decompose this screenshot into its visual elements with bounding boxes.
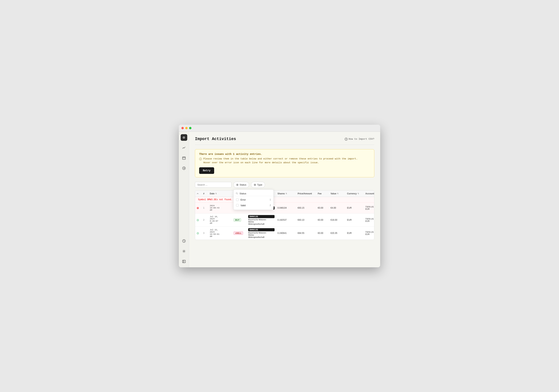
- symbol-badge-2: BMW3.DE: [248, 215, 275, 218]
- svg-point-11: [236, 193, 237, 194]
- close-button[interactable]: [181, 127, 184, 129]
- sidebar-item-history[interactable]: [181, 238, 187, 244]
- error-checkbox[interactable]: [236, 198, 239, 201]
- search-input-wrap: [195, 182, 232, 187]
- td-date-3: Jul 22,202410:56:01AM: [208, 227, 232, 239]
- sidebar-item-logo[interactable]: ⊕: [181, 134, 187, 141]
- valid-label: Valid: [241, 204, 246, 207]
- sidebar-item-collapse[interactable]: [181, 258, 187, 265]
- td-price-1: €83.15: [296, 205, 316, 211]
- titlebar: [179, 125, 380, 132]
- type-badge-3: sSELL: [233, 232, 243, 235]
- th-currency[interactable]: Currency ⇅: [345, 192, 364, 195]
- th-num: #: [202, 192, 208, 195]
- td-fee-1: €0.00: [316, 205, 329, 211]
- dropdown-search-input[interactable]: [240, 192, 271, 195]
- td-account-2: TSFA USEUR: [364, 216, 374, 224]
- sidebar-item-transactions[interactable]: [181, 165, 187, 171]
- th-account[interactable]: Account ⇅: [364, 192, 374, 195]
- td-symbol-2: BMW3.DE Bayerische MotorenWerkeAktienges…: [247, 214, 276, 227]
- warning-line1: Please review them in the table below an…: [203, 157, 358, 160]
- status-filter-plus-icon: ⊕: [236, 183, 239, 187]
- dropdown-search-icon: [236, 192, 238, 195]
- td-type-2: BUY: [232, 217, 247, 223]
- symbol-cell-2: BMW3.DE Bayerische MotorenWerkeAktienges…: [248, 215, 275, 225]
- td-status-2: ⊙: [195, 217, 202, 223]
- valid-count: 2: [270, 204, 271, 207]
- dropdown-item-valid[interactable]: Valid 2: [233, 203, 273, 208]
- toolbar: ⊕ Status: [195, 182, 374, 188]
- warning-box: There are issues with 1 activity entries…: [195, 149, 374, 177]
- date-sort-icon: ⇅: [215, 193, 217, 195]
- warning-body: ⓘ Please review them in the table below …: [199, 157, 370, 165]
- status-filter-label: Status: [240, 183, 246, 186]
- td-num-2: 2: [202, 217, 208, 223]
- maximize-button[interactable]: [189, 127, 191, 129]
- sidebar-item-calendar[interactable]: [181, 155, 187, 161]
- retry-button[interactable]: Retry: [199, 167, 214, 174]
- page-title: Import Activities: [195, 137, 236, 141]
- type-badge-2: BUY: [233, 218, 241, 222]
- td-status-3: ⊙: [195, 230, 202, 236]
- th-fee: Fee: [316, 192, 329, 195]
- status-dropdown: Error 1 Valid 2: [233, 189, 274, 210]
- td-price-2: €83.10: [296, 217, 316, 223]
- td-value-1: €4.00: [329, 205, 345, 211]
- td-currency-2: EUR: [345, 217, 364, 223]
- td-currency-3: EUR: [345, 230, 364, 236]
- ok-status-icon-2: ⊙: [196, 218, 199, 222]
- svg-rect-0: [183, 157, 186, 160]
- td-date-1: 202410:00:43AM: [208, 203, 232, 213]
- shares-sort-icon: ⇅: [286, 193, 287, 195]
- error-banner: Symbol BMW3.DEs not found. Line: 1: [195, 197, 374, 203]
- error-status-icon: ⊗: [196, 206, 199, 210]
- type-filter-plus-icon: ⊕: [254, 183, 256, 187]
- warning-text: Please review them in the table below an…: [203, 157, 358, 165]
- td-value-3: €20.35: [329, 230, 345, 236]
- td-status-1: ⊗: [195, 205, 202, 211]
- sidebar-item-settings[interactable]: [181, 248, 187, 255]
- company-name-2: Bayerische MotorenWerkeAktiengesellschaf…: [248, 218, 275, 225]
- td-num-3: 3: [202, 230, 208, 236]
- td-shares-3: 0.240641: [276, 230, 296, 236]
- td-value-2: €16.00: [329, 217, 345, 223]
- th-sort[interactable]: [195, 192, 202, 195]
- table-row: ⊙ 2 Jul 16,20248:20:07AM BUY BMW3.DE Bay…: [195, 214, 374, 227]
- td-shares-1: 0.048104: [276, 205, 296, 211]
- status-filter-button[interactable]: ⊕ Status: [233, 182, 249, 188]
- td-account-3: TSFA USEUR: [364, 230, 374, 237]
- svg-rect-7: [183, 260, 186, 263]
- main-window: ⊕: [179, 125, 380, 267]
- th-date[interactable]: Date ⇅: [208, 192, 232, 195]
- td-fee-3: €0.00: [316, 230, 329, 236]
- td-symbol-3: BMW3.DE Bayerische MotorenWerkeAktienges…: [247, 227, 276, 240]
- type-filter-button[interactable]: ⊕ Type: [251, 182, 265, 188]
- td-fee-2: €0.00: [316, 217, 329, 223]
- symbol-badge-3: BMW3.DE: [248, 228, 275, 231]
- symbol-cell-3: BMW3.DE Bayerische MotorenWerkeAktienges…: [248, 228, 275, 238]
- td-currency-1: EUR: [345, 205, 364, 211]
- sidebar-item-chart[interactable]: [181, 144, 187, 151]
- th-value[interactable]: Value ⇅: [329, 192, 345, 195]
- error-label: Error: [241, 198, 246, 201]
- warning-icon: ⓘ: [199, 157, 202, 165]
- td-price-3: €84.55: [296, 230, 316, 236]
- table-row: ⊙ 3 Jul 22,202410:56:01AM sSELL BMW3.DE …: [195, 227, 374, 240]
- warning-line2: Hover over the error icon on each line f…: [203, 161, 319, 164]
- th-shares[interactable]: Shares ⇅: [276, 192, 296, 195]
- status-filter-container: ⊕ Status: [233, 182, 249, 188]
- valid-checkbox[interactable]: [236, 204, 239, 207]
- dropdown-item-error[interactable]: Error 1: [233, 197, 273, 203]
- value-sort-icon: ⇅: [337, 193, 338, 195]
- help-link[interactable]: ? How to Import CSV?: [345, 138, 374, 141]
- search-input[interactable]: [195, 182, 232, 187]
- error-count: 1: [270, 198, 271, 201]
- type-filter-label: Type: [257, 183, 262, 186]
- help-link-text: How to Import CSV?: [349, 138, 374, 140]
- td-account-1: TSFA USEUR: [364, 204, 374, 212]
- th-price: Price/Amount: [296, 192, 316, 195]
- svg-point-6: [183, 251, 185, 252]
- currency-sort-icon: ⇅: [357, 193, 359, 195]
- minimize-button[interactable]: [185, 127, 188, 129]
- company-name-3: Bayerische MotorenWerkeAktiengesellschaf…: [248, 232, 275, 238]
